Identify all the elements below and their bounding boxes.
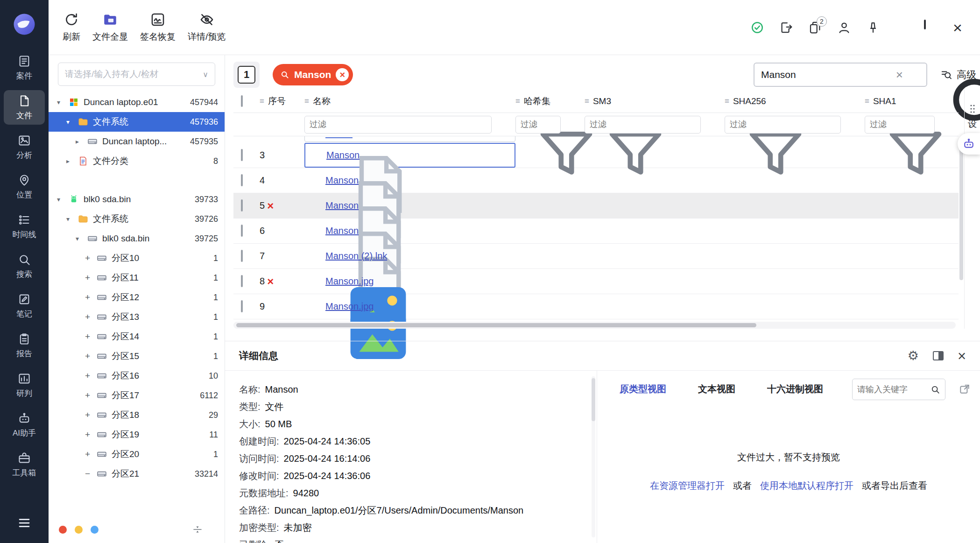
sidebar-item-report[interactable]: 报告 bbox=[4, 328, 45, 363]
vertical-scrollbar[interactable] bbox=[959, 90, 964, 329]
table-row[interactable]: 5× Manson bbox=[233, 193, 959, 219]
row-checkbox[interactable] bbox=[241, 225, 243, 237]
expand-plus-icon[interactable]: + bbox=[85, 410, 96, 420]
detail-preview-button[interactable]: 详情/预览 bbox=[188, 12, 226, 43]
chevron-down-icon[interactable]: ▾ bbox=[57, 99, 68, 106]
scrollbar-thumb[interactable] bbox=[959, 145, 963, 280]
row-checkbox[interactable] bbox=[241, 174, 243, 186]
table-row[interactable]: 7 Manson (2).lnk bbox=[233, 244, 959, 269]
table-row[interactable]: 6 Manson bbox=[233, 219, 959, 244]
panel-splitter-handle[interactable] bbox=[192, 524, 203, 535]
tab-original-view[interactable]: 原类型视图 bbox=[620, 383, 666, 395]
tree-node[interactable]: + 分区14 1 bbox=[49, 327, 225, 346]
tree-node[interactable]: + 分区15 1 bbox=[49, 346, 225, 366]
open-with-default-link[interactable]: 使用本地默认程序打开 bbox=[760, 480, 853, 492]
funnel-icon[interactable] bbox=[846, 120, 855, 129]
table-row[interactable]: 9 Manson.jpg bbox=[233, 294, 959, 319]
tree-node[interactable]: + 分区11 1 bbox=[49, 268, 225, 288]
row-checkbox[interactable] bbox=[241, 300, 243, 312]
sha1-filter-input[interactable] bbox=[865, 116, 935, 134]
sidebar-item-toolbox[interactable]: 工具箱 bbox=[4, 447, 45, 482]
sidebar-item-case[interactable]: 案件 bbox=[4, 50, 45, 85]
sidebar-item-notes[interactable]: 笔记 bbox=[4, 289, 45, 323]
column-header-sha256[interactable]: ≡SHA256 bbox=[725, 96, 865, 106]
file-link[interactable]: Manson.jpg bbox=[325, 301, 374, 312]
minimize-button[interactable] bbox=[895, 21, 909, 35]
tab-hex-view[interactable]: 十六进制视图 bbox=[767, 383, 823, 395]
close-window-button[interactable]: × bbox=[953, 21, 967, 35]
tree-node[interactable]: + 分区10 1 bbox=[49, 248, 225, 268]
table-row[interactable]: 8× Manson.jpg bbox=[233, 269, 959, 294]
show-all-files-button[interactable]: 文件全显 bbox=[92, 12, 128, 43]
funnel-icon[interactable] bbox=[496, 120, 506, 129]
chevron-right-icon[interactable]: ▸ bbox=[66, 157, 78, 165]
preview-search-box[interactable] bbox=[852, 379, 945, 400]
funnel-icon[interactable] bbox=[939, 120, 949, 129]
chevron-down-icon[interactable]: ▾ bbox=[57, 196, 68, 203]
file-link[interactable]: Manson bbox=[325, 175, 359, 186]
refresh-button[interactable]: 刷新 bbox=[63, 12, 80, 43]
sidebar-menu-button[interactable] bbox=[17, 516, 31, 530]
expand-plus-icon[interactable]: + bbox=[85, 371, 96, 381]
open-in-explorer-link[interactable]: 在资源管理器打开 bbox=[650, 480, 725, 492]
gear-icon[interactable]: ⚙ bbox=[908, 350, 919, 362]
chevron-down-icon[interactable]: ▾ bbox=[76, 235, 87, 242]
row-checkbox[interactable] bbox=[241, 250, 243, 262]
file-link[interactable]: Manson bbox=[325, 200, 359, 211]
row-checkbox[interactable] bbox=[241, 149, 243, 161]
column-header-hashset[interactable]: ≡哈希集 bbox=[515, 95, 585, 107]
select-all-checkbox[interactable] bbox=[241, 95, 243, 107]
sidebar-item-analysis[interactable]: 分析 bbox=[4, 130, 45, 164]
sidebar-item-location[interactable]: 位置 bbox=[4, 169, 45, 204]
drag-handle-icon[interactable] bbox=[969, 104, 976, 114]
tree-node[interactable]: − 分区21 33214 bbox=[49, 464, 225, 484]
row-checkbox[interactable] bbox=[241, 275, 243, 287]
maximize-button[interactable] bbox=[924, 21, 938, 35]
open-external-icon[interactable] bbox=[959, 383, 971, 395]
tree-node-selected[interactable]: ▾ 文件系统 457936 bbox=[49, 112, 225, 132]
task-list-button[interactable]: 2 bbox=[808, 21, 822, 35]
signature-recovery-button[interactable]: 签名恢复 bbox=[140, 12, 176, 43]
sidebar-item-ai-assistant[interactable]: AI助手 bbox=[4, 408, 45, 442]
search-input[interactable] bbox=[761, 69, 890, 80]
tree-node[interactable]: ▾ blk0 sda.bin 39725 bbox=[49, 229, 225, 248]
expand-plus-icon[interactable]: + bbox=[85, 331, 96, 342]
column-header-name[interactable]: ≡名称 bbox=[304, 95, 515, 107]
tree-node[interactable]: + 分区16 10 bbox=[49, 366, 225, 386]
file-link[interactable]: Manson.jpg bbox=[325, 276, 374, 287]
name-filter-input[interactable] bbox=[304, 116, 492, 134]
column-header-index[interactable]: ≡序号 bbox=[260, 95, 304, 107]
funnel-icon[interactable] bbox=[565, 120, 575, 129]
tree-node[interactable]: + 分区19 11 bbox=[49, 425, 225, 444]
tree-node[interactable]: ▾ Duncan laptop.e01 457944 bbox=[49, 92, 225, 112]
row-checkbox[interactable] bbox=[241, 199, 243, 212]
tree-node[interactable]: + 分区17 6112 bbox=[49, 386, 225, 405]
column-header-sha1[interactable]: ≡SHA1 bbox=[865, 96, 959, 106]
owner-select-combobox[interactable]: 请选择/输入持有人/检材 ∨ bbox=[58, 63, 215, 86]
expand-plus-icon[interactable]: + bbox=[85, 351, 96, 361]
pin-button[interactable] bbox=[866, 21, 880, 35]
expand-plus-icon[interactable]: + bbox=[85, 390, 96, 401]
chevron-right-icon[interactable]: ▸ bbox=[76, 138, 87, 145]
tree-node[interactable]: ▾ 文件系统 39726 bbox=[49, 209, 225, 229]
panel-layout-icon[interactable] bbox=[933, 351, 944, 360]
remove-filter-button[interactable]: × bbox=[336, 68, 349, 81]
ai-assistant-fab[interactable] bbox=[958, 133, 980, 155]
status-check-button[interactable] bbox=[750, 21, 764, 35]
tab-text-view[interactable]: 文本视图 bbox=[698, 383, 735, 395]
collapse-minus-icon[interactable]: − bbox=[85, 469, 96, 479]
sm3-filter-input[interactable] bbox=[585, 116, 701, 134]
sidebar-item-research[interactable]: 研判 bbox=[4, 368, 45, 402]
sidebar-item-files[interactable]: 文件 bbox=[4, 90, 45, 125]
preview-search-input[interactable] bbox=[857, 385, 927, 395]
search-submit-button[interactable] bbox=[909, 69, 920, 80]
file-link[interactable]: Manson bbox=[325, 226, 359, 236]
chevron-down-icon[interactable]: ▾ bbox=[66, 215, 78, 223]
expand-plus-icon[interactable]: + bbox=[85, 253, 96, 263]
export-button[interactable] bbox=[779, 21, 793, 35]
hashset-filter-input[interactable] bbox=[515, 116, 561, 134]
expand-plus-icon[interactable]: + bbox=[85, 292, 96, 303]
expand-plus-icon[interactable]: + bbox=[85, 449, 96, 459]
file-link[interactable]: Manson (2).lnk bbox=[325, 251, 387, 261]
tree-node[interactable]: ▾ blk0 sda.bin 39733 bbox=[49, 190, 225, 209]
